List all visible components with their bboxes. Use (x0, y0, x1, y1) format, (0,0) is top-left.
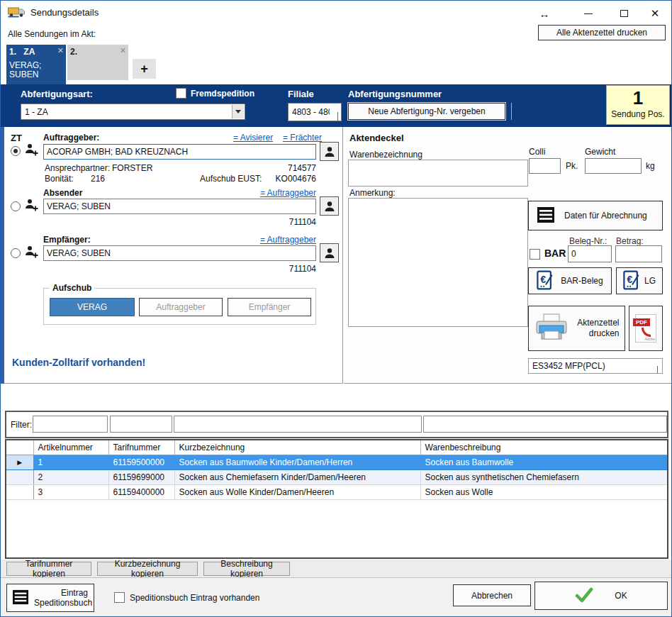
warenbezeichnung-textarea[interactable] (348, 160, 528, 187)
aktendeckel-panel: Aktendeckel Warenbezeichnung Colli Pk. G… (344, 127, 672, 384)
grid-header-artikelnummer[interactable]: Artikelnummer (33, 440, 108, 455)
shipment-tab-1[interactable]: 1. ZA ✕ VERAG; SUBEN (6, 45, 66, 84)
copy-beschreibung-button[interactable]: Beschreibung kopieren (203, 562, 290, 576)
warenbezeichnung-label: Warenbezeichnung (349, 150, 422, 160)
betrag-input[interactable] (615, 245, 662, 262)
tab-number: 2. (70, 47, 77, 57)
printer-select[interactable]: ES3452 MFP(PCL) (528, 358, 663, 374)
resize-icon[interactable]: ↔ (532, 5, 556, 22)
person-lookup-button[interactable] (320, 142, 339, 161)
grid-header-tarifnummer[interactable]: Tarifnummer (108, 440, 174, 455)
tab-code: ZA (23, 47, 35, 57)
tab-close-icon[interactable]: ✕ (120, 46, 126, 55)
aufschub-option-empfaenger[interactable]: Empfänger (228, 298, 311, 316)
fremdspedition-label: Fremdspedition (191, 89, 254, 99)
filter-input-kurzbezeichnung[interactable] (174, 416, 422, 433)
eintrag-speditionsbuch-button[interactable]: Eintrag Speditionsbuch (6, 584, 94, 612)
speditionsbuch-checkbox[interactable] (114, 592, 125, 603)
aufschub-option-auftraggeber[interactable]: Auftraggeber (139, 298, 223, 316)
fremdspedition-checkbox[interactable] (176, 88, 186, 99)
empfaenger-input[interactable] (43, 245, 316, 261)
cell-artikelnummer: 2 (33, 469, 108, 484)
bar-checkbox[interactable] (530, 249, 540, 260)
button-label: LG (644, 276, 656, 286)
cell-tarifnummer: 61159400000 (108, 484, 174, 499)
row-gutter-cell (6, 484, 33, 499)
kunden-zolltarif-note: Kunden-Zolltarif vorhanden! (12, 357, 145, 368)
person-lookup-button[interactable] (320, 243, 339, 262)
gewicht-input[interactable] (585, 158, 642, 174)
ok-button[interactable]: OK (534, 582, 668, 610)
absender-number: 711104 (245, 217, 316, 227)
anmerkung-label: Anmerkung: (349, 188, 396, 198)
divider (511, 103, 512, 120)
filiale-select[interactable]: 4803 - 480 (288, 103, 342, 121)
daten-fuer-abrechnung-button[interactable]: Daten für Abrechnung (528, 201, 663, 230)
add-person-icon[interactable] (24, 245, 40, 261)
pk-label: Pk. (566, 161, 578, 171)
filter-input-warenbeschreibung[interactable] (423, 416, 667, 433)
sendung-position-indicator: 1 Sendung Pos. (606, 85, 670, 125)
abfertigungsart-label: Abfertigungsart: (21, 89, 93, 99)
aktenzettel-drucken-button[interactable]: Aktenzettel drucken (528, 306, 625, 351)
grid-header-kurzbezeichnung[interactable]: Kurzbezeichnung (174, 440, 420, 455)
pdf-icon: PDF Adobe (635, 314, 656, 343)
copy-tarifnummer-button[interactable]: Tarifnummer kopieren (6, 562, 91, 576)
lg-button[interactable]: € LG (616, 267, 663, 294)
add-person-icon[interactable] (24, 198, 40, 214)
maximize-button[interactable] (612, 5, 636, 22)
list-icon (537, 207, 554, 225)
colli-input[interactable] (529, 158, 561, 174)
auftraggeber-input[interactable] (43, 144, 316, 160)
neue-abfertigungsnummer-button[interactable]: Neue Abfertigung-Nr. vergeben (348, 103, 505, 120)
shipment-tab-2[interactable]: 2. ✕ (67, 45, 128, 80)
pdf-swirl (642, 328, 651, 337)
parties-panel: ZT Auftraggeber: = Avisierer = Frächter … (4, 127, 343, 384)
table-row[interactable]: ▶161159500000Socken aus Baumwolle Kinder… (6, 455, 667, 469)
pdf-button[interactable]: PDF Adobe (629, 306, 663, 351)
cell-tarifnummer: 61159500000 (108, 455, 174, 469)
absender-auftraggeber-link[interactable]: = Auftraggeber (256, 188, 316, 198)
abfertigungsart-value: 1 - ZA (25, 107, 48, 117)
close-button[interactable]: ✕ (643, 5, 667, 22)
filter-input-tarifnummer[interactable] (110, 416, 172, 433)
abfertigungsart-select[interactable]: 1 - ZA (21, 104, 245, 120)
fraechter-link[interactable]: = Frächter (283, 133, 322, 143)
empfaenger-label: Empfänger: (43, 235, 91, 245)
filiale-value: 4803 - 480 (292, 107, 330, 117)
table-row[interactable]: 361159400000Socken aus Wolle Kinder/Dame… (6, 484, 667, 499)
print-all-aktenzettel-button[interactable]: Alle Aktenzettel drucken (538, 25, 666, 40)
absender-input[interactable] (43, 199, 316, 214)
empfaenger-radio[interactable] (11, 248, 21, 258)
minimize-button[interactable] (576, 5, 600, 22)
beleg-nr-input[interactable] (568, 245, 612, 262)
button-label: Eintrag Speditionsbuch (34, 588, 88, 608)
table-row[interactable]: 261159699000Socken aus Chemiefasern Kind… (6, 469, 667, 484)
add-shipment-tab-button[interactable]: + (133, 59, 156, 79)
avisierer-link[interactable]: = Avisierer (233, 133, 273, 143)
tab-number: 1. (9, 47, 16, 57)
grid-body: ▶161159500000Socken aus Baumwolle Kinder… (6, 455, 667, 499)
cell-warenbeschreibung: Socken aus Baumwolle (420, 455, 667, 469)
truck-icon (8, 6, 26, 20)
empfaenger-auftraggeber-link[interactable]: = Auftraggeber (256, 235, 316, 245)
gewicht-label: Gewicht (585, 147, 615, 157)
tab-close-icon[interactable]: ✕ (57, 46, 64, 55)
chevron-down-icon (657, 366, 658, 374)
chevron-down-icon[interactable] (232, 105, 244, 118)
bar-beleg-button[interactable]: € BAR-Beleg (528, 267, 612, 294)
person-lookup-button[interactable] (320, 196, 339, 216)
aufschub-option-verag[interactable]: VERAG (50, 298, 135, 316)
aufschub-group-label: Aufschub (50, 283, 94, 293)
auftraggeber-radio[interactable] (11, 146, 21, 156)
filter-input-artikelnummer[interactable] (33, 416, 108, 433)
grid-header-warenbeschreibung[interactable]: Warenbeschreibung (420, 440, 667, 455)
anmerkung-textarea[interactable] (348, 198, 528, 327)
copy-kurzbezeichnung-button[interactable]: Kurzbezeichnung kopieren (97, 562, 198, 576)
pdf-icon-label: PDF (633, 318, 650, 326)
cancel-button[interactable]: Abbrechen (453, 584, 531, 606)
absender-radio[interactable] (11, 201, 21, 211)
cell-tarifnummer: 61159699000 (108, 469, 174, 484)
copy-actions-bar: Tarifnummer kopieren Kurzbezeichnung kop… (1, 560, 671, 577)
add-person-icon[interactable] (24, 143, 40, 159)
